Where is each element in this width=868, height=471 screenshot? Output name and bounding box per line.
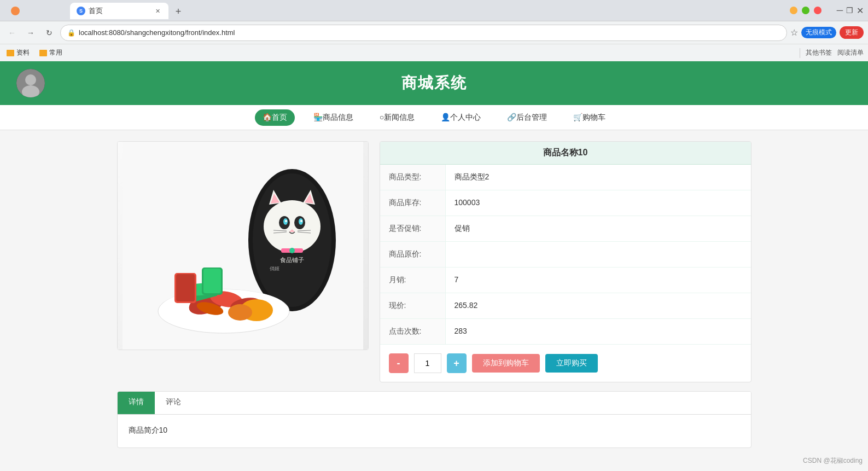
- clicks-label: 点击次数:: [380, 319, 446, 344]
- window-close[interactable]: [814, 7, 822, 14]
- info-row-actions: - + 添加到购物车 立即购买: [380, 345, 751, 382]
- folder-icon: [7, 50, 14, 56]
- nav-cart-label: 🛒购物车: [573, 113, 605, 123]
- svg-point-31: [228, 304, 252, 321]
- stock-value: 100003: [446, 190, 751, 216]
- avatar-image: [16, 69, 45, 97]
- info-row-original-price: 商品原价:: [380, 242, 751, 268]
- quantity-input[interactable]: [414, 353, 441, 373]
- bookmark-item-common[interactable]: 常用: [37, 47, 65, 59]
- promotion-value: 促销: [446, 216, 751, 241]
- add-to-cart-button[interactable]: 添加到购物车: [472, 354, 540, 373]
- nav-products-label: 🏪商品信息: [313, 113, 353, 123]
- svg-point-6: [264, 200, 321, 253]
- type-label: 商品类型:: [380, 165, 446, 190]
- tab-close-button[interactable]: ✕: [153, 7, 162, 15]
- address-text: localhost:8080/shangchengxitong/front/in…: [79, 28, 780, 37]
- original-price-value: [446, 242, 751, 267]
- info-row-price: 现价: 265.82: [380, 293, 751, 319]
- nav-news[interactable]: ○新闻信息: [372, 109, 422, 126]
- browser-tab-inactive[interactable]: [4, 3, 70, 19]
- site-header: 商城系统: [0, 61, 868, 105]
- svg-point-23: [289, 248, 295, 253]
- address-bar[interactable]: 🔒 localhost:8080/shangchengxitong/front/…: [60, 25, 787, 41]
- promotion-label: 是否促销:: [380, 216, 446, 241]
- update-badge[interactable]: 更新: [840, 26, 864, 39]
- address-shield-icon: 🔒: [67, 29, 75, 37]
- info-row-monthly-sales: 月销: 7: [380, 268, 751, 293]
- bookmarks-right: 其他书签 阅读清单: [800, 48, 864, 58]
- new-tab-button[interactable]: +: [171, 4, 186, 19]
- nav-personal[interactable]: 👤个人中心: [433, 109, 488, 126]
- divider: [800, 48, 800, 58]
- window-minimize[interactable]: [790, 7, 797, 14]
- nav-personal-label: 👤个人中心: [441, 113, 481, 123]
- info-row-promotion: 是否促销: 促销: [380, 216, 751, 242]
- svg-text:食品铺子: 食品铺子: [280, 257, 304, 263]
- window-maximize[interactable]: [802, 7, 809, 14]
- original-price-label: 商品原价:: [380, 242, 446, 267]
- bookmark-star-icon[interactable]: ☆: [790, 27, 798, 38]
- browser-tabs: S 首页 ✕ +: [4, 2, 186, 19]
- browser-tab-active[interactable]: S 首页 ✕: [70, 3, 168, 19]
- bookmark-item-resource[interactable]: 资料: [4, 47, 32, 59]
- product-description: 商品简介10: [129, 426, 168, 434]
- browser-chrome: S 首页 ✕ + ─ ❐ ✕ ← → ↻ 🔒 localhost:808: [0, 0, 868, 61]
- price-label: 现价:: [380, 293, 446, 318]
- toolbar-right: ☆ 无痕模式 更新: [790, 26, 864, 39]
- product-image-svg: 食品铺子 俏姬: [123, 142, 363, 350]
- other-bookmarks[interactable]: 其他书签: [806, 48, 832, 57]
- quantity-minus-button[interactable]: -: [389, 353, 409, 373]
- tab-favicon-active: S: [77, 7, 85, 15]
- nav-admin-label: 🔗后台管理: [507, 113, 547, 123]
- product-info-box: 商品名称10 商品类型: 商品类型2 商品库存: 100003 是否促销: 促销…: [380, 141, 752, 382]
- clicks-value: 283: [446, 319, 751, 344]
- product-image: 食品铺子 俏姬: [118, 142, 368, 350]
- chrome-minimize[interactable]: ─: [837, 5, 843, 16]
- type-value: 商品类型2: [446, 165, 751, 190]
- svg-rect-37: [203, 269, 221, 293]
- active-tab-label: 首页: [89, 6, 103, 16]
- folder-icon: [39, 50, 47, 56]
- nav-news-label: ○新闻信息: [380, 113, 415, 123]
- svg-point-1: [25, 74, 36, 85]
- stock-label: 商品库存:: [380, 190, 446, 216]
- tab-detail[interactable]: 详情: [118, 392, 155, 414]
- svg-text:俏姬: 俏姬: [270, 266, 279, 271]
- action-row: - + 添加到购物车 立即购买: [380, 345, 751, 382]
- buy-now-button[interactable]: 立即购买: [545, 354, 598, 373]
- forward-button[interactable]: →: [23, 25, 38, 40]
- svg-point-16: [300, 220, 302, 222]
- notrack-badge[interactable]: 无痕模式: [801, 27, 836, 38]
- product-section: 食品铺子 俏姬 商品名称10 商品类型: 商品类型2 商品库存: 100003 …: [117, 141, 752, 382]
- chrome-close[interactable]: ✕: [857, 5, 864, 16]
- browser-titlebar: S 首页 ✕ + ─ ❐ ✕: [0, 0, 868, 21]
- svg-rect-35: [176, 274, 195, 301]
- monthly-sales-value: 7: [446, 268, 751, 293]
- monthly-sales-label: 月销:: [380, 268, 446, 293]
- chrome-restore[interactable]: ❐: [846, 5, 853, 16]
- reading-list[interactable]: 阅读清单: [837, 48, 864, 57]
- bookmarks-bar: 资料 常用 其他书签 阅读清单: [0, 44, 868, 61]
- product-title: 商品名称10: [380, 142, 751, 165]
- price-value: 265.82: [446, 293, 751, 318]
- nav-cart[interactable]: 🛒购物车: [566, 109, 613, 126]
- svg-point-15: [285, 220, 287, 222]
- nav-products[interactable]: 🏪商品信息: [306, 109, 361, 126]
- detail-section: 详情 评论 商品简介10: [117, 391, 752, 448]
- bookmark-label: 资料: [16, 48, 30, 57]
- bookmark-label: 常用: [49, 48, 62, 57]
- back-button[interactable]: ←: [4, 25, 20, 40]
- info-row-stock: 商品库存: 100003: [380, 190, 751, 216]
- info-row-type: 商品类型: 商品类型2: [380, 165, 751, 190]
- site-title: 商城系统: [401, 73, 467, 94]
- nav-home[interactable]: 🏠首页: [255, 109, 295, 126]
- info-table: 商品类型: 商品类型2 商品库存: 100003 是否促销: 促销 商品原价: …: [380, 165, 751, 382]
- nav-home-label: 🏠首页: [263, 113, 287, 123]
- refresh-button[interactable]: ↻: [42, 25, 57, 40]
- quantity-plus-button[interactable]: +: [447, 353, 467, 373]
- user-avatar[interactable]: [16, 69, 45, 97]
- nav-admin[interactable]: 🔗后台管理: [499, 109, 555, 126]
- tab-review[interactable]: 评论: [155, 392, 192, 414]
- footer-watermark: CSDN @花椒coding: [803, 456, 863, 459]
